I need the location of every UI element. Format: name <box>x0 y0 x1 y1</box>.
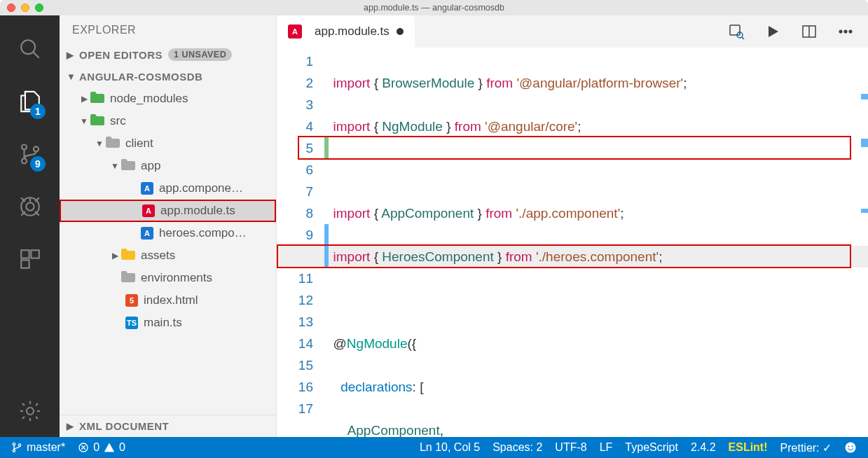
explorer-badge: 1 <box>30 104 46 119</box>
more-icon[interactable] <box>837 23 854 40</box>
tree-item-index-html[interactable]: 5 index.html <box>60 289 276 312</box>
split-editor-icon[interactable] <box>801 23 818 40</box>
explorer-sidebar: EXPLORER ▶ OPEN EDITORS 1 UNSAVED ▼ ANGU… <box>60 15 277 437</box>
angular-icon: A <box>288 25 302 39</box>
cursor-position-status[interactable]: Ln 10, Col 5 <box>415 441 484 454</box>
svg-point-33 <box>852 446 853 447</box>
problems-status[interactable]: 0 0 <box>74 441 130 454</box>
svg-point-6 <box>26 202 34 210</box>
close-window-button[interactable] <box>7 4 15 12</box>
activity-bar: 1 9 <box>0 15 60 437</box>
svg-rect-12 <box>21 250 29 258</box>
angular-icon: A <box>141 227 153 240</box>
tree-item-app-module[interactable]: A app.module.ts <box>60 200 276 222</box>
svg-point-23 <box>844 30 847 33</box>
typescript-icon: TS <box>125 317 138 329</box>
tree-item-label: assets <box>141 249 175 263</box>
xml-document-section[interactable]: ▶ XML DOCUMENT <box>60 415 276 437</box>
folder-icon <box>121 271 135 286</box>
dirty-indicator-icon <box>397 28 404 35</box>
explorer-title: EXPLORER <box>60 15 276 43</box>
html-icon: 5 <box>125 294 138 307</box>
search-activity[interactable] <box>0 22 60 75</box>
tree-item-client[interactable]: ▼ client <box>60 132 276 155</box>
run-icon[interactable] <box>764 23 781 40</box>
svg-point-3 <box>21 158 26 163</box>
overview-ruler[interactable] <box>861 48 868 437</box>
editor-pane: A app.module.ts 123456789101112131415161… <box>277 15 868 437</box>
tree-item-label: main.ts <box>144 316 182 330</box>
chevron-down-icon: ▼ <box>79 116 89 126</box>
indentation-status[interactable]: Spaces: 2 <box>488 441 546 454</box>
svg-line-1 <box>33 52 39 58</box>
tab-bar: A app.module.ts <box>277 15 868 48</box>
branch-name: master* <box>27 441 65 454</box>
tree-item-label: app.module.ts <box>160 204 235 218</box>
prettier-status[interactable]: Prettier: ✓ <box>776 441 836 454</box>
chevron-right-icon: ▶ <box>79 94 89 104</box>
chevron-down-icon: ▼ <box>110 161 120 171</box>
gear-icon <box>18 399 42 423</box>
folder-icon <box>106 137 120 151</box>
code-content: import { BrowserModule } from '@angular/… <box>326 48 868 437</box>
scm-activity[interactable]: 9 <box>0 127 60 180</box>
error-count: 0 <box>93 441 99 454</box>
ts-version-status[interactable]: 2.4.2 <box>687 441 720 454</box>
tree-item-app-component[interactable]: A app.compone… <box>60 177 276 200</box>
encoding-status[interactable]: UTF-8 <box>551 441 591 454</box>
chevron-down-icon: ▼ <box>67 71 76 82</box>
eol-status[interactable]: LF <box>595 441 617 454</box>
folder-icon <box>121 159 135 174</box>
tab-app-module[interactable]: A app.module.ts <box>277 15 415 48</box>
chevron-right-icon: ▶ <box>110 251 120 261</box>
git-branch-status[interactable]: master* <box>7 441 69 454</box>
open-editors-section[interactable]: ▶ OPEN EDITORS 1 UNSAVED <box>60 43 276 66</box>
chevron-right-icon: ▶ <box>67 421 76 431</box>
minimize-window-button[interactable] <box>21 4 29 12</box>
svg-point-15 <box>27 408 34 415</box>
tree-item-assets[interactable]: ▶ assets <box>60 244 276 267</box>
svg-rect-14 <box>21 260 29 268</box>
tree-item-main-ts[interactable]: TS main.ts <box>60 312 276 334</box>
angular-icon: A <box>141 182 153 195</box>
tree-item-label: app <box>141 159 160 173</box>
tree-item-label: environments <box>141 271 212 285</box>
tree-item-label: app.compone… <box>159 181 243 195</box>
tree-item-app[interactable]: ▼ app <box>60 155 276 177</box>
tree-item-environments[interactable]: ▶ environments <box>60 267 276 289</box>
tree-item-heroes-component[interactable]: A heroes.compo… <box>60 222 276 244</box>
tree-item-label: heroes.compo… <box>159 226 247 240</box>
warning-icon <box>104 442 115 453</box>
svg-point-0 <box>21 40 35 54</box>
error-icon <box>78 442 89 453</box>
eslint-status[interactable]: ESLint! <box>724 441 772 454</box>
title-bar: app.module.ts — angular-cosmosdb <box>0 0 868 15</box>
status-bar: master* 0 0 Ln 10, Col 5 Spaces: 2 UTF-8… <box>0 437 868 458</box>
line-numbers: 1234567891011121314151617 <box>277 48 326 437</box>
explorer-activity[interactable]: 1 <box>0 75 60 127</box>
project-name: ANGULAR-COSMOSDB <box>79 71 202 83</box>
window-controls <box>0 4 43 12</box>
project-section[interactable]: ▼ ANGULAR-COSMOSDB <box>60 66 276 88</box>
code-editor[interactable]: 1234567891011121314151617 import { Brows… <box>277 48 868 437</box>
debug-activity[interactable] <box>0 180 60 233</box>
tree-item-src[interactable]: ▼ src <box>60 110 276 132</box>
angular-icon: A <box>142 204 155 217</box>
scm-badge: 9 <box>30 156 46 172</box>
svg-point-4 <box>33 146 38 151</box>
extensions-activity[interactable] <box>0 233 60 285</box>
show-references-icon[interactable] <box>728 23 745 40</box>
settings-activity[interactable] <box>0 384 60 437</box>
tree-item-node-modules[interactable]: ▶ node_modules <box>60 88 276 110</box>
svg-rect-13 <box>31 250 39 258</box>
feedback-status[interactable] <box>840 441 861 454</box>
chevron-down-icon: ▼ <box>95 139 104 148</box>
folder-icon <box>90 114 104 129</box>
branch-icon <box>11 442 22 453</box>
tab-filename: app.module.ts <box>315 25 390 39</box>
language-status[interactable]: TypeScript <box>621 441 682 454</box>
svg-line-18 <box>742 37 744 39</box>
maximize-window-button[interactable] <box>35 4 43 12</box>
svg-point-24 <box>849 30 852 33</box>
xml-document-label: XML DOCUMENT <box>79 420 169 432</box>
